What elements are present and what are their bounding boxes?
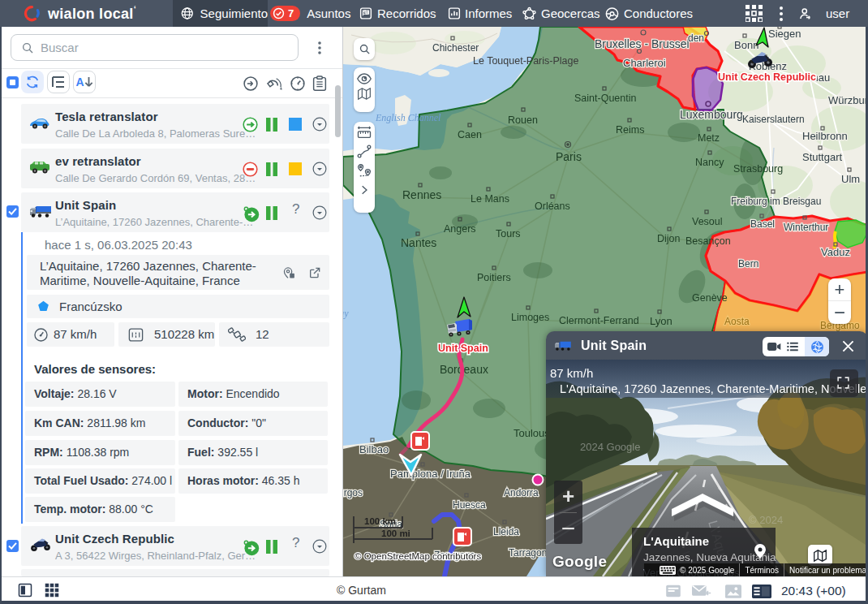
svg-text:Nancy: Nancy [695, 157, 724, 168]
svg-text:Poitiers: Poitiers [477, 272, 511, 283]
svg-text:Saint-Quentin: Saint-Quentin [574, 93, 636, 104]
svg-text:Tours: Tours [496, 228, 521, 239]
svg-text:Le Touquet-Paris-Plage: Le Touquet-Paris-Plage [473, 55, 578, 67]
svg-text:100 km: 100 km [364, 516, 396, 526]
svg-text:Clermont-Ferrand: Clermont-Ferrand [559, 315, 639, 326]
svg-text:Aosta: Aosta [724, 316, 750, 327]
svg-text:Caen: Caen [458, 129, 482, 140]
svg-text:Besançon: Besançon [685, 235, 731, 247]
svg-text:Stuttgart: Stuttgart [802, 151, 843, 163]
svg-text:© 2024: © 2024 [749, 514, 783, 526]
svg-text:Pamplona / Iruña: Pamplona / Iruña [390, 468, 471, 480]
svg-text:Huesca: Huesca [453, 499, 486, 511]
svg-text:Bern: Bern [738, 258, 758, 270]
svg-text:Metz: Metz [698, 132, 720, 144]
svg-text:Basel: Basel [750, 218, 775, 230]
svg-text:Heilbronn: Heilbronn [802, 130, 848, 142]
svg-text:Bilbao: Bilbao [359, 443, 389, 455]
svg-text:Dijon: Dijon [657, 233, 681, 244]
svg-text:Lyon: Lyon [650, 315, 672, 327]
svg-text:Burgos: Burgos [343, 487, 363, 498]
svg-text:Le Mans: Le Mans [471, 193, 509, 205]
svg-text:Angers: Angers [444, 223, 476, 235]
svg-text:Bonn: Bonn [734, 39, 758, 51]
svg-text:Unit Czech Republic: Unit Czech Republic [718, 71, 816, 83]
svg-text:Kaiserslautern: Kaiserslautern [742, 114, 805, 125]
svg-text:Würzburg: Würzburg [828, 94, 868, 106]
svg-text:Ulm: Ulm [841, 173, 860, 185]
svg-text:Freiburg im Breisgau: Freiburg im Breisgau [731, 196, 821, 207]
svg-text:Reims: Reims [616, 124, 644, 136]
svg-text:Rennes: Rennes [402, 188, 441, 201]
svg-text:© OpenStreetMap contributors: © OpenStreetMap contributors [355, 551, 481, 561]
svg-text:Strasbourg: Strasbourg [733, 163, 783, 175]
svg-text:Nantes: Nantes [401, 236, 436, 249]
svg-text:Winterthur: Winterthur [784, 222, 828, 233]
svg-text:Paris: Paris [556, 150, 582, 163]
svg-text:Vesoul: Vesoul [692, 216, 723, 227]
svg-text:Siegen: Siegen [768, 28, 801, 40]
svg-text:Unit Spain: Unit Spain [438, 343, 488, 354]
svg-text:Chichester: Chichester [432, 42, 479, 54]
svg-text:Rouen: Rouen [508, 114, 538, 126]
svg-text:100 mi: 100 mi [381, 528, 410, 538]
svg-text:Vaduz: Vaduz [821, 246, 850, 258]
svg-text:Orléans: Orléans [535, 201, 570, 212]
svg-text:English Channel: English Channel [375, 112, 441, 123]
svg-text:Limoges: Limoges [511, 312, 549, 323]
svg-text:Bay: Bay [343, 308, 349, 319]
svg-text:Bruxelles - Brussel: Bruxelles - Brussel [595, 37, 690, 50]
svg-text:Charleroi: Charleroi [623, 57, 666, 69]
svg-text:den: den [688, 32, 704, 44]
svg-text:Genève: Genève [692, 292, 728, 304]
svg-text:Andorra: Andorra [504, 487, 539, 498]
svg-text:Lleida: Lleida [493, 526, 519, 537]
svg-text:Luxembourg: Luxembourg [680, 108, 743, 121]
svg-text:2024 Google: 2024 Google [580, 441, 640, 453]
